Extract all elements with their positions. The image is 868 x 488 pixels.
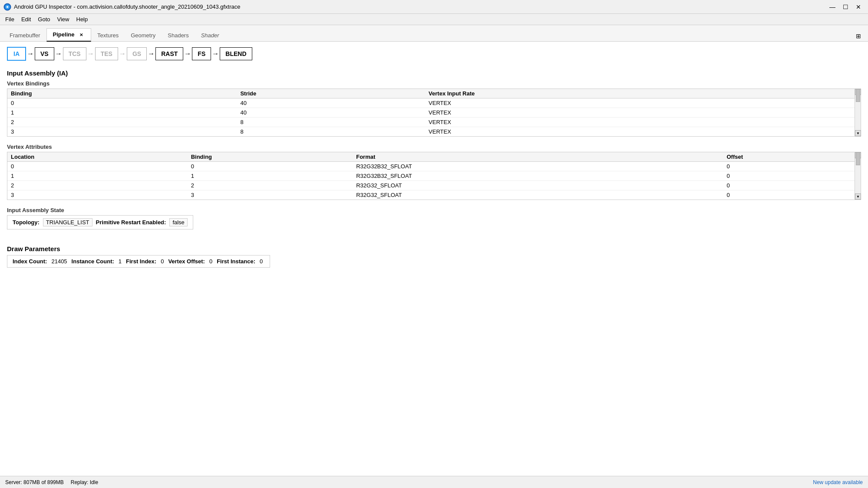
menu-view[interactable]: View bbox=[54, 15, 73, 23]
tab-pipeline[interactable]: Pipeline ✕ bbox=[46, 28, 91, 42]
first-instance-value: 0 bbox=[258, 258, 264, 265]
scrollbar-attrs-down-btn[interactable]: ▼ bbox=[855, 193, 861, 200]
arrow-rast-fs: → bbox=[184, 50, 191, 58]
index-count-label: Index Count: bbox=[13, 258, 47, 265]
vertex-offset-label: Vertex Offset: bbox=[168, 258, 205, 265]
instance-count-label: Instance Count: bbox=[72, 258, 114, 265]
arrow-fs-blend: → bbox=[212, 50, 219, 58]
table-row: 22R32G32_SFLOAT0 bbox=[7, 181, 861, 190]
table-row: 00R32G32B32_SFLOAT0 bbox=[7, 162, 861, 171]
tab-pipeline-close[interactable]: ✕ bbox=[78, 31, 85, 38]
table-row: 33R32G32_SFLOAT0 bbox=[7, 190, 861, 200]
scrollbar-attrs-thumb[interactable] bbox=[856, 152, 860, 165]
menu-help[interactable]: Help bbox=[73, 15, 92, 23]
maximize-button[interactable]: ☐ bbox=[839, 2, 851, 12]
window-controls: — ☐ ✕ bbox=[826, 2, 865, 12]
scrollbar-down-btn[interactable]: ▼ bbox=[855, 130, 861, 136]
arrow-ia-vs: → bbox=[27, 50, 34, 58]
vertex-attributes-title: Vertex Attributes bbox=[7, 144, 861, 150]
tab-textures[interactable]: Textures bbox=[91, 29, 125, 41]
topology-label: Topology: bbox=[13, 219, 40, 226]
vertex-bindings-table: Binding Stride Vertex Input Rate 040VERT… bbox=[7, 89, 861, 136]
first-index-value: 0 bbox=[159, 258, 165, 265]
assembly-state-box: Topology: TRIANGLE_LIST Primitive Restar… bbox=[7, 215, 193, 229]
vertex-bindings-scrollbar[interactable]: ▲ ▼ bbox=[855, 89, 861, 136]
section-input-assembly-title: Input Assembly (IA) bbox=[7, 69, 861, 77]
col-binding: Binding bbox=[7, 89, 237, 98]
col-stride: Stride bbox=[237, 89, 425, 98]
pipeline-stages: IA → VS → TCS → TES → GS → RAST → FS → B… bbox=[7, 47, 861, 61]
col-vertex-input-rate: Vertex Input Rate bbox=[425, 89, 861, 98]
main-content: IA → VS → TCS → TES → GS → RAST → FS → B… bbox=[0, 42, 868, 476]
stage-blend[interactable]: BLEND bbox=[220, 47, 252, 60]
stage-tes[interactable]: TES bbox=[95, 47, 118, 60]
close-button[interactable]: ✕ bbox=[852, 2, 865, 12]
vertex-bindings-table-container: Binding Stride Vertex Input Rate 040VERT… bbox=[7, 88, 861, 137]
stage-ia[interactable]: IA bbox=[7, 47, 26, 61]
primitive-restart-label: Primitive Restart Enabled: bbox=[96, 219, 166, 226]
draw-parameters-title: Draw Parameters bbox=[7, 245, 861, 252]
first-index-label: First Index: bbox=[126, 258, 156, 265]
col-format: Format bbox=[353, 152, 723, 162]
vertex-attrs-scrollbar[interactable]: ▲ ▼ bbox=[855, 152, 861, 200]
stage-fs[interactable]: FS bbox=[192, 47, 211, 60]
menu-edit[interactable]: Edit bbox=[18, 15, 34, 23]
topology-value: TRIANGLE_LIST bbox=[43, 218, 92, 226]
stage-gs[interactable]: GS bbox=[127, 47, 147, 60]
tab-framebuffer[interactable]: Framebuffer bbox=[3, 29, 46, 41]
window-title: Android GPU Inspector - com.activision.c… bbox=[14, 3, 241, 10]
col-offset: Offset bbox=[723, 152, 861, 162]
arrow-tcs-tes: → bbox=[87, 50, 94, 58]
tab-shaders[interactable]: Shaders bbox=[162, 29, 195, 41]
title-bar: Android GPU Inspector - com.activision.c… bbox=[0, 0, 868, 14]
minimize-button[interactable]: — bbox=[826, 2, 838, 12]
tab-shader[interactable]: Shader bbox=[195, 29, 225, 41]
col-location: Location bbox=[7, 152, 188, 162]
svg-point-2 bbox=[7, 6, 8, 8]
first-instance-label: First Instance: bbox=[217, 258, 255, 265]
menu-bar: File Edit Goto View Help bbox=[0, 14, 868, 25]
table-row: 38VERTEX bbox=[7, 127, 861, 137]
tab-geometry[interactable]: Geometry bbox=[125, 29, 162, 41]
arrow-vs-tcs: → bbox=[55, 50, 62, 58]
table-row: 040VERTEX bbox=[7, 98, 861, 108]
draw-params-box: Index Count: 21405 Instance Count: 1 Fir… bbox=[7, 255, 270, 268]
app-icon bbox=[3, 3, 11, 11]
vertex-offset-value: 0 bbox=[208, 258, 214, 265]
instance-count-value: 1 bbox=[117, 258, 123, 265]
stage-vs[interactable]: VS bbox=[35, 47, 54, 60]
index-count-value: 21405 bbox=[50, 258, 69, 265]
stage-rast[interactable]: RAST bbox=[155, 47, 183, 60]
table-row: 140VERTEX bbox=[7, 108, 861, 118]
scrollbar-thumb[interactable] bbox=[856, 89, 860, 102]
assembly-state-title: Input Assembly State bbox=[7, 207, 861, 213]
table-row: 28VERTEX bbox=[7, 118, 861, 127]
arrow-gs-rast: → bbox=[148, 50, 155, 58]
primitive-restart-value: false bbox=[169, 218, 187, 226]
menu-file[interactable]: File bbox=[2, 15, 18, 23]
vertex-attributes-table: Location Binding Format Offset 00R32G32B… bbox=[7, 152, 861, 200]
stage-tcs[interactable]: TCS bbox=[63, 47, 86, 60]
tab-bar: Framebuffer Pipeline ✕ Textures Geometry… bbox=[0, 25, 868, 42]
vertex-bindings-title: Vertex Bindings bbox=[7, 80, 861, 87]
table-row: 11R32G32B32_SFLOAT0 bbox=[7, 171, 861, 181]
vertex-attributes-table-container: Location Binding Format Offset 00R32G32B… bbox=[7, 152, 861, 200]
expand-button[interactable]: ⊞ bbox=[852, 31, 865, 41]
arrow-tes-gs: → bbox=[119, 50, 126, 58]
col-binding: Binding bbox=[188, 152, 353, 162]
menu-goto[interactable]: Goto bbox=[34, 15, 53, 23]
